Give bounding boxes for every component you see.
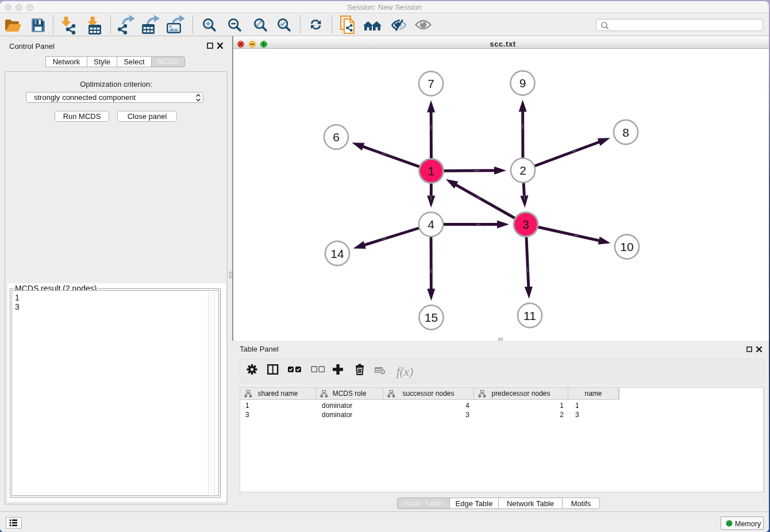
svg-text:f(x): f(x) [396, 365, 413, 379]
svg-text:1: 1 [428, 164, 435, 178]
svg-text:14: 14 [330, 247, 344, 260]
svg-text:15: 15 [425, 311, 438, 324]
svg-text:10: 10 [620, 240, 633, 253]
svg-text:7: 7 [428, 77, 434, 90]
svg-text:2: 2 [519, 164, 526, 177]
svg-text:4: 4 [428, 218, 434, 231]
svg-text:6: 6 [333, 130, 340, 144]
svg-text:9: 9 [519, 76, 526, 90]
svg-text:11: 11 [523, 309, 536, 322]
svg-text:3: 3 [522, 218, 529, 231]
svg-text:8: 8 [622, 126, 629, 139]
